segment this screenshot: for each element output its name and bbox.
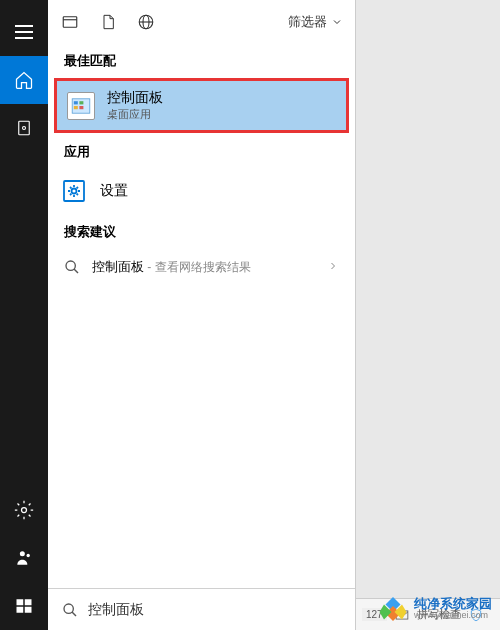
svg-line-24 [72,612,76,616]
result-control-panel[interactable]: 控制面板 桌面应用 [54,78,349,133]
documents-icon[interactable] [98,12,118,32]
svg-rect-6 [25,599,32,605]
top-bar: 筛选器 [48,0,355,44]
svg-point-1 [23,127,26,130]
sidebar-home[interactable] [0,56,48,104]
control-panel-icon [67,92,95,120]
result-title: 控制面板 [107,89,163,107]
svg-point-3 [20,551,25,556]
svg-line-22 [74,269,78,273]
web-icon[interactable] [136,12,156,32]
search-bar[interactable] [48,588,355,630]
section-suggestions: 搜索建议 [48,215,355,247]
svg-rect-18 [79,106,83,109]
chevron-right-icon [327,258,339,276]
sidebar-people[interactable] [0,534,48,582]
document-icon [15,119,33,137]
watermark-logo [378,594,408,624]
search-input[interactable] [88,602,341,618]
hamburger-menu[interactable] [0,8,48,56]
result-text: 控制面板 桌面应用 [107,89,163,122]
svg-rect-16 [79,101,83,104]
svg-point-2 [22,508,27,513]
sidebar-document[interactable] [0,104,48,152]
svg-rect-5 [17,599,24,605]
section-best-match: 最佳匹配 [48,44,355,76]
section-apps: 应用 [48,135,355,167]
search-icon [62,602,78,618]
svg-rect-7 [17,607,24,613]
svg-point-20 [72,189,77,194]
svg-rect-17 [74,106,78,109]
right-background: 127 拼写检查 [356,0,500,630]
svg-rect-15 [74,101,78,104]
people-icon [14,548,34,568]
chevron-down-icon [331,16,343,28]
svg-rect-8 [25,607,32,613]
filter-label: 筛选器 [288,13,327,31]
sidebar-start[interactable] [0,582,48,630]
apps-icon[interactable] [60,12,80,32]
suggestion-text: 控制面板 - 查看网络搜索结果 [92,257,251,276]
svg-point-23 [64,604,73,613]
svg-rect-0 [19,121,30,135]
watermark-url: www.yidaimei.com [414,611,492,621]
search-panel: 筛选器 最佳匹配 控制面板 桌面应用 应用 设置 搜索建议 控制面板 - 查看网… [48,0,356,630]
search-sidebar [0,0,48,630]
result-settings[interactable]: 设置 [48,167,355,215]
gear-icon [14,500,34,520]
svg-rect-19 [64,181,84,201]
suggestion-web[interactable]: 控制面板 - 查看网络搜索结果 [48,247,355,286]
watermark-title: 纯净系统家园 [414,597,492,611]
result-title: 设置 [100,182,128,200]
watermark: 纯净系统家园 www.yidaimei.com [378,594,492,624]
svg-point-4 [27,554,30,557]
svg-rect-9 [63,17,77,28]
svg-point-21 [66,261,75,270]
search-icon [64,259,80,275]
home-icon [14,70,34,90]
settings-app-icon [60,177,88,205]
result-text: 设置 [100,182,128,200]
windows-icon [15,597,33,615]
result-subtitle: 桌面应用 [107,107,163,122]
filter-dropdown[interactable]: 筛选器 [288,13,343,31]
sidebar-settings[interactable] [0,486,48,534]
